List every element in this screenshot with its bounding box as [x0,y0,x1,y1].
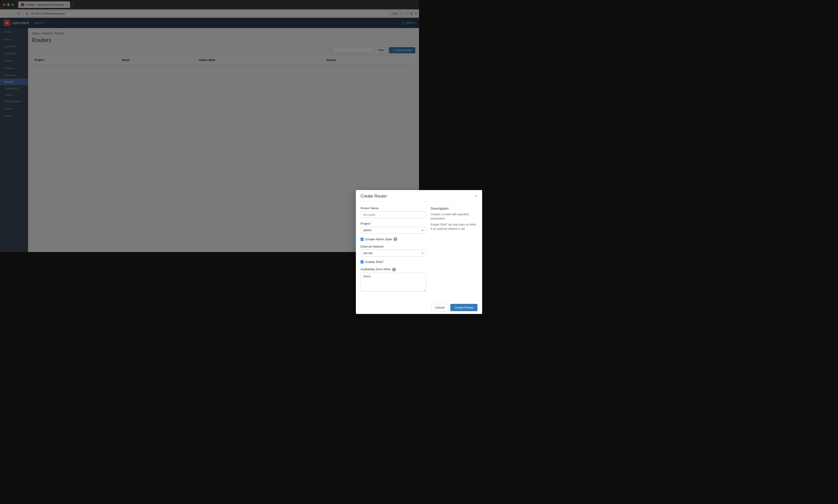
modal-header: Create Router × [356,190,419,202]
project-label: Project* [360,222,419,226]
project-group: Project* admin [360,222,419,234]
external-network-label: External Network [360,245,419,248]
external-network-group: External Network ext-net [360,245,419,252]
enable-admin-state-checkbox[interactable] [360,238,363,241]
project-select[interactable]: admin [360,227,419,234]
external-network-select-wrapper: ext-net [360,250,419,252]
project-select-wrapper: admin [360,227,419,234]
router-name-label: Router Name [360,206,419,210]
admin-state-help-icon[interactable]: ? [393,237,397,241]
router-name-group: Router Name [360,206,419,218]
enable-admin-state-group: Enable Admin State ? [360,237,419,241]
modal-title: Create Router [360,194,387,199]
modal-body: Router Name Project* admin [356,202,419,252]
modal-overlay: Create Router × Router Name Project* [0,0,419,252]
router-name-input[interactable] [360,211,419,218]
enable-admin-state-label: Enable Admin State ? [365,237,397,241]
create-router-modal: Create Router × Router Name Project* [356,190,419,252]
external-network-select[interactable]: ext-net [360,250,419,252]
modal-form: Router Name Project* admin [360,206,419,252]
required-star: * [370,222,371,226]
